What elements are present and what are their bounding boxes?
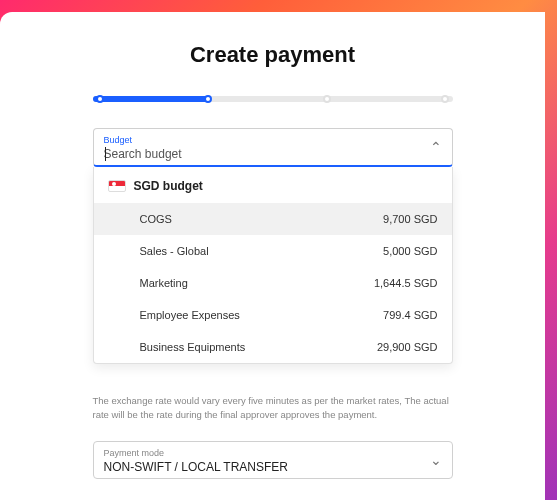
exchange-rate-note: The exchange rate would vary every five … bbox=[93, 394, 453, 423]
budget-item-name: Business Equipments bbox=[140, 341, 246, 353]
budget-item[interactable]: Employee Expenses 799.4 SGD bbox=[94, 299, 452, 331]
budget-item[interactable]: COGS 9,700 SGD bbox=[94, 203, 452, 235]
budget-item-name: Marketing bbox=[140, 277, 188, 289]
budget-item-name: COGS bbox=[140, 213, 172, 225]
chevron-down-icon[interactable]: ⌄ bbox=[430, 452, 442, 468]
budget-label: Budget bbox=[104, 135, 442, 145]
budget-item-amount: 29,900 SGD bbox=[377, 341, 438, 353]
singapore-flag-icon bbox=[108, 180, 126, 192]
budget-item[interactable]: Business Equipments 29,900 SGD bbox=[94, 331, 452, 363]
budget-item-amount: 9,700 SGD bbox=[383, 213, 437, 225]
budget-item-amount: 5,000 SGD bbox=[383, 245, 437, 257]
budget-item-name: Sales - Global bbox=[140, 245, 209, 257]
progress-step-1[interactable] bbox=[96, 95, 104, 103]
budget-parent-label: SGD budget bbox=[134, 179, 203, 193]
progress-step-2[interactable] bbox=[204, 95, 212, 103]
budget-item[interactable]: Marketing 1,644.5 SGD bbox=[94, 267, 452, 299]
budget-field[interactable]: Budget Search budget ⌃ bbox=[93, 128, 453, 167]
progress-step-4[interactable] bbox=[441, 95, 449, 103]
budget-parent-row[interactable]: SGD budget bbox=[94, 167, 452, 203]
budget-item-amount: 1,644.5 SGD bbox=[374, 277, 438, 289]
payment-mode-value: NON-SWIFT / LOCAL TRANSFER bbox=[104, 460, 442, 474]
budget-dropdown: SGD budget COGS 9,700 SGD Sales - Global… bbox=[93, 167, 453, 364]
budget-item-name: Employee Expenses bbox=[140, 309, 240, 321]
payment-mode-label: Payment mode bbox=[104, 448, 442, 458]
payment-mode-field[interactable]: Payment mode NON-SWIFT / LOCAL TRANSFER … bbox=[93, 441, 453, 479]
progress-step-3[interactable] bbox=[323, 95, 331, 103]
progress-fill bbox=[93, 96, 208, 102]
chevron-up-icon[interactable]: ⌃ bbox=[430, 139, 442, 155]
page-title: Create payment bbox=[0, 42, 545, 68]
budget-search-input[interactable]: Search budget bbox=[104, 147, 442, 161]
progress-bar bbox=[93, 96, 453, 102]
budget-item-amount: 799.4 SGD bbox=[383, 309, 437, 321]
budget-item[interactable]: Sales - Global 5,000 SGD bbox=[94, 235, 452, 267]
